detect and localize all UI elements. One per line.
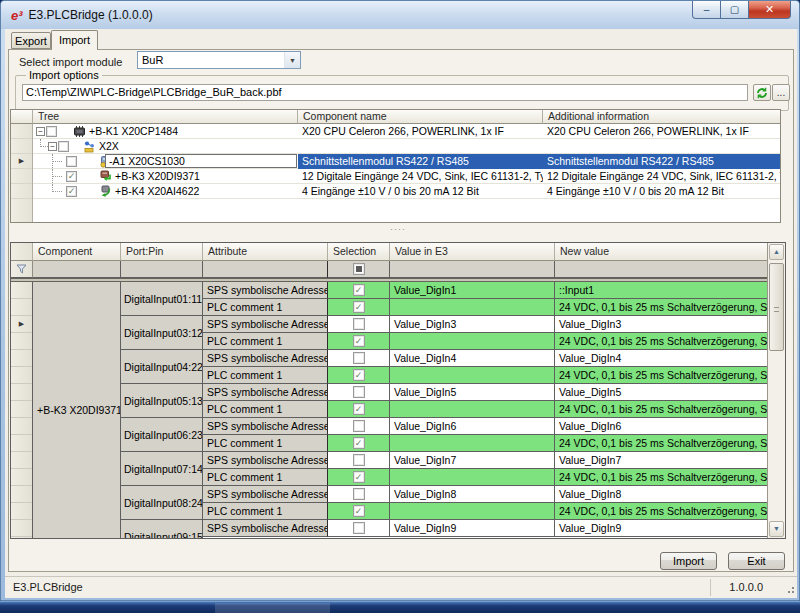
table-row[interactable]: PLC comment 1✓24 VDC, 0,1 bis 25 ms Scha… [203, 367, 767, 384]
selection-checkbox[interactable]: ✓ [353, 471, 365, 483]
tree-row[interactable]: −X2X [33, 139, 780, 154]
grid-header-selection[interactable]: Selection [328, 243, 390, 261]
portpin-cell[interactable]: DigitalInput07:14 [121, 452, 202, 486]
tree-row[interactable]: −+B-K1 X20CP1484X20 CPU Celeron 266, POW… [33, 124, 780, 139]
grid-row-indicator[interactable] [11, 367, 32, 384]
selection-cell[interactable]: ✓ [328, 401, 390, 418]
tree-header-tree[interactable]: Tree [33, 110, 298, 124]
new-value-cell[interactable]: ::Input1 [555, 282, 767, 299]
new-value-cell[interactable]: Value_DigIn4 [555, 350, 767, 367]
selection-checkbox[interactable] [353, 318, 365, 330]
filter-cell-new-value[interactable] [555, 261, 767, 278]
tree-node-cell[interactable]: −+B-K1 X20CP1484 [33, 124, 298, 139]
table-row[interactable]: SPS symbolische AdresseValue_DigIn4Value… [203, 350, 767, 367]
new-value-cell[interactable]: 24 VDC, 0,1 bis 25 ms Schaltverzögerung,… [555, 469, 767, 486]
import-file-path-input[interactable]: C:\Temp\ZIW\PLC-Bridge\PLCBridge_BuR_bac… [22, 84, 748, 101]
tree-row[interactable]: ✓+B-K4 X20AI46224 Eingänge ±10 V / 0 bis… [33, 184, 780, 199]
selection-checkbox[interactable] [353, 386, 365, 398]
value-in-e3-cell[interactable] [390, 367, 555, 384]
tree-node-cell[interactable]: ✓+B-K3 X20DI9371 [33, 169, 298, 184]
selection-cell[interactable]: ✓ [328, 299, 390, 316]
grid-row-indicator[interactable] [11, 299, 32, 316]
selection-cell[interactable] [328, 384, 390, 401]
tree-node-cell[interactable]: -A1 X20CS1030 [33, 154, 298, 169]
selection-cell[interactable]: ✓ [328, 435, 390, 452]
refresh-button[interactable] [753, 84, 771, 101]
value-in-e3-cell[interactable]: Value_DigIn6 [390, 418, 555, 435]
grid-header-new-value[interactable]: New value [555, 243, 767, 261]
value-in-e3-cell[interactable]: Value_DigIn5 [390, 384, 555, 401]
selection-checkbox[interactable]: ✓ [353, 437, 365, 449]
tree-additional-info-cell[interactable]: Schnittstellenmodul RS422 / RS485 [543, 154, 780, 169]
attribute-cell[interactable]: SPS symbolische Adresse [203, 316, 328, 333]
selection-checkbox[interactable]: ✓ [353, 301, 365, 313]
new-value-cell[interactable]: Value_DigIn8 [555, 486, 767, 503]
table-row[interactable]: PLC comment 1✓24 VDC, 0,1 bis 25 ms Scha… [203, 503, 767, 520]
selection-cell[interactable]: ✓ [328, 503, 390, 520]
portpin-cell[interactable]: DigitalInput03:12 [121, 316, 202, 350]
new-value-cell[interactable]: Value_DigIn7 [555, 452, 767, 469]
maximize-button[interactable]: ▢ [721, 1, 748, 19]
table-row[interactable]: PLC comment 1✓24 VDC, 0,1 bis 25 ms Scha… [203, 401, 767, 418]
tree-node-cell[interactable]: ✓+B-K4 X20AI4622 [33, 184, 298, 199]
table-row[interactable]: SPS symbolische AdresseValue_DigIn6Value… [203, 418, 767, 435]
tree-component-name-cell[interactable]: 4 Eingänge ±10 V / 0 bis 20 mA 12 Bit [298, 184, 543, 199]
tree-header-additional-information[interactable]: Additional information [543, 110, 780, 124]
import-button[interactable]: Import [660, 552, 717, 570]
selection-cell[interactable] [328, 452, 390, 469]
grid-row-indicator[interactable] [11, 452, 32, 469]
selection-checkbox[interactable]: ✓ [353, 335, 365, 347]
scrollbar-thumb[interactable] [769, 263, 784, 351]
grid-row-indicator[interactable] [11, 435, 32, 452]
table-row[interactable]: SPS symbolische AdresseValue_DigIn9Value… [203, 520, 767, 537]
selection-cell[interactable]: ✓ [328, 333, 390, 350]
chevron-down-icon[interactable]: ▼ [284, 52, 300, 68]
attribute-cell[interactable]: SPS symbolische Adresse [203, 486, 328, 503]
selection-checkbox[interactable]: ✓ [353, 505, 365, 517]
tree-additional-info-cell[interactable] [543, 139, 780, 154]
value-in-e3-cell[interactable]: Value_DigIn9 [390, 520, 555, 537]
filter-cell-attribute[interactable] [203, 261, 328, 278]
tree-node-checkbox[interactable] [46, 126, 57, 137]
value-in-e3-cell[interactable]: Value_DigIn4 [390, 350, 555, 367]
selection-checkbox[interactable] [353, 352, 365, 364]
tree-component-name-cell[interactable] [298, 139, 543, 154]
new-value-cell[interactable]: 24 VDC, 0,1 bis 25 ms Schaltverzögerung,… [555, 333, 767, 350]
value-in-e3-cell[interactable]: Value_DigIn1 [390, 282, 555, 299]
new-value-cell[interactable]: Value_DigIn3 [555, 316, 767, 333]
tree-row[interactable]: ✓+B-K3 X20DI937112 Digitale Eingänge 24 … [33, 169, 780, 184]
new-value-cell[interactable]: 24 VDC, 0,1 bis 25 ms Schaltverzögerung,… [555, 367, 767, 384]
grid-row-indicator[interactable] [11, 401, 32, 418]
exit-button[interactable]: Exit [728, 552, 785, 570]
tree-node-cell[interactable]: −X2X [33, 139, 298, 154]
value-in-e3-cell[interactable] [390, 469, 555, 486]
grid-header-attribute[interactable]: Attribute [203, 243, 328, 261]
tree-row-indicator[interactable] [11, 124, 32, 139]
tab-import[interactable]: Import [51, 30, 98, 50]
portpin-cell[interactable]: DigitalInput04:22 [121, 350, 202, 384]
table-row[interactable]: PLC comment 1✓24 VDC, 0,1 bis 25 ms Scha… [203, 469, 767, 486]
collapse-icon[interactable]: − [36, 127, 45, 136]
browse-button[interactable]: ... [772, 84, 790, 101]
scroll-up-icon[interactable]: ▲ [769, 244, 784, 260]
value-in-e3-cell[interactable] [390, 503, 555, 520]
grid-row-indicator[interactable] [11, 384, 32, 401]
value-in-e3-cell[interactable] [390, 299, 555, 316]
taskbar-item[interactable] [215, 603, 330, 613]
selection-cell[interactable] [328, 316, 390, 333]
attribute-cell[interactable]: PLC comment 1 [203, 503, 328, 520]
import-module-select[interactable]: BuR ▼ [137, 51, 301, 69]
filter-cell-value-e3[interactable] [390, 261, 555, 278]
tree-node-checkbox[interactable]: ✓ [66, 186, 77, 197]
collapse-icon[interactable]: − [48, 142, 57, 151]
selection-cell[interactable] [328, 486, 390, 503]
new-value-cell[interactable]: 24 VDC, 0,1 bis 25 ms Schaltverzögerung,… [555, 401, 767, 418]
grid-row-indicator[interactable] [11, 503, 32, 520]
value-in-e3-cell[interactable]: Value_DigIn7 [390, 452, 555, 469]
component-merged-cell[interactable]: +B-K3 X20DI9371 [33, 282, 121, 538]
selection-cell[interactable]: ✓ [328, 282, 390, 299]
taskbar[interactable] [0, 601, 800, 613]
attribute-cell[interactable]: PLC comment 1 [203, 401, 328, 418]
tree-row-indicator[interactable] [11, 184, 32, 199]
grid-row-indicator[interactable]: ▶ [11, 316, 32, 333]
